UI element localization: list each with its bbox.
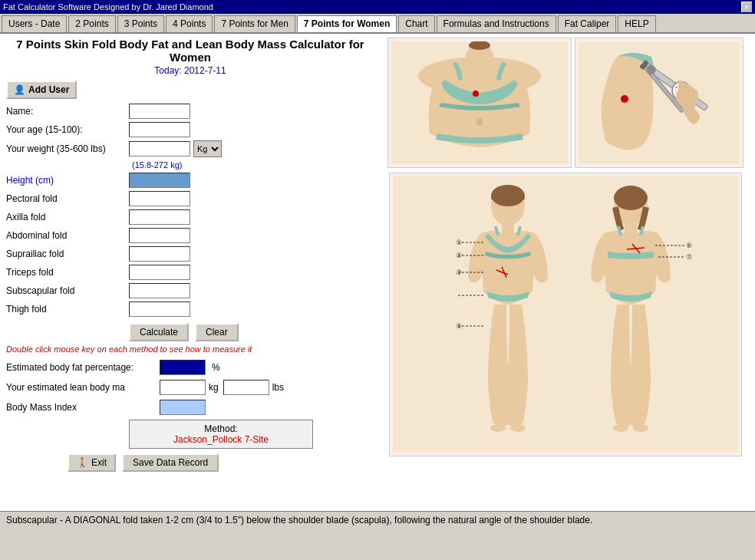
subscapular-label: Subscapular fold	[6, 285, 129, 296]
clear-button[interactable]: Clear	[195, 323, 239, 341]
axilla-label: Axilla fold	[6, 212, 129, 222]
tab-users-date[interactable]: Users - Date	[2, 15, 67, 32]
abdominal-input[interactable]	[129, 228, 190, 243]
bmi-row: Body Mass Index	[6, 400, 374, 415]
abdominal-row: Abdominal fold	[6, 228, 374, 243]
lean-mass-kg-input[interactable]	[160, 380, 206, 395]
close-button[interactable]: ×	[741, 2, 752, 12]
axilla-input[interactable]	[129, 209, 190, 225]
save-button[interactable]: Save Data Record	[122, 453, 219, 472]
svg-point-46	[633, 424, 648, 432]
weight-note: (15.8-272 kg)	[132, 160, 182, 170]
svg-text:②: ②	[456, 252, 462, 259]
pectoral-input[interactable]	[129, 191, 190, 206]
tab-help[interactable]: HELP	[618, 15, 655, 32]
bmi-label: Body Mass Index	[6, 402, 160, 413]
name-row: Name:	[6, 104, 374, 119]
age-label: Your age (15-100):	[6, 124, 129, 135]
caliper-svg	[579, 41, 740, 164]
body-fat-row: Estimated body fat percentage: %	[6, 360, 374, 375]
full-body-image: ① ② ③ ⑤	[389, 173, 742, 456]
lean-mass-lbs-unit: lbs	[272, 382, 284, 393]
add-user-button[interactable]: 👤 Add User	[6, 81, 77, 99]
svg-rect-24	[502, 222, 514, 233]
tab-7points-men[interactable]: 7 Points for Men	[214, 15, 295, 32]
suprailiac-label: Suprailiac fold	[6, 249, 129, 259]
tab-2points[interactable]: 2 Points	[68, 15, 115, 32]
calculate-button[interactable]: Calculate	[129, 323, 189, 341]
add-user-label: Add User	[28, 84, 69, 95]
lean-mass-row: Your estimated lean body ma kg lbs	[6, 380, 374, 395]
tab-formulas[interactable]: Formulas and Instructions	[437, 15, 556, 32]
subscapular-input[interactable]	[129, 283, 190, 298]
tab-3points[interactable]: 3 Points	[117, 15, 164, 32]
body-fat-unit: %	[212, 362, 220, 373]
abdominal-label: Abdominal fold	[6, 230, 129, 241]
title-bar: Fat Calculator Software Designed by Dr. …	[0, 0, 755, 14]
svg-point-28	[510, 424, 526, 432]
page-title: 7 Points Skin Fold Body Fat and Lean Bod…	[16, 38, 364, 64]
body-fat-label: Estimated body fat percentage:	[6, 362, 160, 373]
svg-rect-42	[625, 222, 637, 233]
svg-text:⑥: ⑥	[686, 242, 692, 249]
thigh-label: Thigh fold	[6, 304, 129, 315]
height-label: Height (cm)	[6, 175, 129, 186]
bottom-buttons: 🚶 Exit Save Data Record	[68, 453, 374, 472]
suprailiac-input[interactable]	[129, 246, 190, 262]
name-label: Name:	[6, 106, 129, 117]
bmi-input[interactable]	[160, 400, 206, 415]
suprailiac-row: Suprailiac fold	[6, 246, 374, 262]
name-input[interactable]	[129, 104, 190, 119]
top-images	[387, 38, 743, 168]
svg-text:⑤: ⑤	[456, 322, 462, 330]
svg-point-41	[614, 186, 648, 210]
right-panel: ① ② ③ ⑤	[374, 38, 749, 507]
instruction-text: Double click mouse key on each method to…	[6, 344, 374, 354]
weight-row: Your weight (35-600 lbs) Kg lbs	[6, 140, 374, 157]
action-buttons: Calculate Clear	[129, 323, 374, 341]
weight-unit-select[interactable]: Kg lbs	[193, 140, 222, 157]
tab-fat-caliper[interactable]: Fat Caliper	[558, 15, 617, 32]
method-box: Method: Jackson_Pollock 7-Site	[129, 420, 313, 449]
method-label: Method:	[136, 423, 306, 434]
subscapular-row: Subscapular fold	[6, 283, 374, 298]
axilla-row: Axilla fold	[6, 209, 374, 225]
full-body-svg: ① ② ③ ⑤	[393, 176, 738, 453]
add-user-area: 👤 Add User	[6, 81, 374, 99]
weight-input[interactable]	[129, 141, 190, 156]
body-fat-bar	[160, 360, 206, 375]
age-input[interactable]	[129, 122, 190, 137]
svg-point-4	[476, 118, 483, 126]
torso-front-image	[387, 38, 572, 168]
user-icon: 👤	[14, 84, 25, 95]
lean-mass-lbs-input[interactable]	[223, 380, 269, 395]
lean-mass-kg-unit: kg	[209, 382, 219, 393]
svg-text:③: ③	[456, 268, 462, 276]
nav-tabs: Users - Date 2 Points 3 Points 4 Points …	[0, 14, 755, 34]
pectoral-label: Pectoral fold	[6, 193, 129, 204]
tab-7points-women[interactable]: 7 Points for Women	[297, 15, 397, 32]
thigh-row: Thigh fold	[6, 301, 374, 317]
height-row: Height (cm)	[6, 173, 374, 188]
svg-point-8	[621, 95, 628, 103]
status-bar: Subscapular - A DIAGONAL fold taken 1-2 …	[0, 511, 755, 557]
exit-label: Exit	[91, 457, 107, 468]
svg-text:①: ①	[456, 239, 462, 246]
svg-point-27	[490, 424, 506, 432]
thigh-input[interactable]	[129, 301, 190, 317]
svg-rect-21	[393, 176, 738, 453]
triceps-input[interactable]	[129, 265, 190, 280]
height-input[interactable]	[129, 173, 190, 188]
exit-button[interactable]: 🚶 Exit	[68, 453, 116, 472]
torso-front-svg	[391, 41, 568, 164]
tab-chart[interactable]: Chart	[398, 15, 434, 32]
weight-label: Your weight (35-600 lbs)	[6, 143, 129, 154]
svg-text:⑦: ⑦	[686, 253, 692, 261]
pectoral-row: Pectoral fold	[6, 191, 374, 206]
today-date: Today: 2012-7-11	[6, 65, 374, 76]
status-text: Subscapular - A DIAGONAL fold taken 1-2 …	[6, 515, 592, 525]
triceps-row: Triceps fold	[6, 265, 374, 280]
svg-point-3	[473, 91, 479, 97]
tab-4points[interactable]: 4 Points	[166, 15, 213, 32]
age-row: Your age (15-100):	[6, 122, 374, 137]
